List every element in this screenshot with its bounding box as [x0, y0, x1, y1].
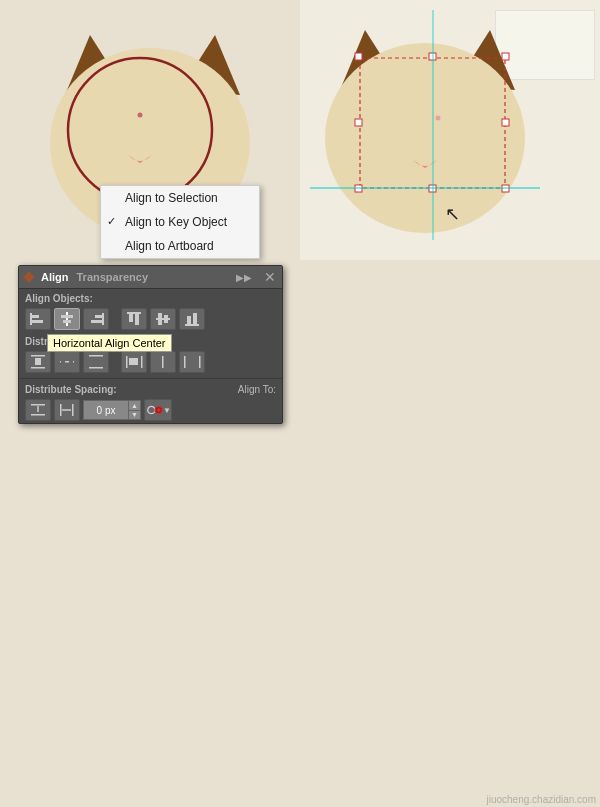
svg-rect-30 — [129, 314, 133, 322]
svg-rect-42 — [61, 356, 65, 367]
svg-rect-57 — [193, 359, 198, 364]
panel-diamond-icon — [23, 271, 34, 282]
svg-rect-27 — [95, 315, 102, 318]
svg-rect-46 — [92, 357, 96, 367]
align-objects-label: Align Objects: — [19, 289, 282, 306]
svg-rect-14 — [502, 119, 509, 126]
spinner-down[interactable]: ▼ — [129, 411, 140, 420]
svg-rect-38 — [31, 355, 45, 357]
dist-vcenter-btn[interactable] — [54, 351, 80, 373]
svg-rect-53 — [165, 359, 169, 365]
panel-close-icon[interactable]: ✕ — [264, 269, 276, 285]
spacing-spinner[interactable]: ▲ ▼ — [128, 401, 140, 419]
svg-rect-10 — [355, 53, 362, 60]
svg-rect-47 — [98, 360, 102, 367]
svg-rect-52 — [156, 357, 160, 366]
svg-rect-39 — [31, 367, 45, 369]
cat-face-top-right — [310, 10, 540, 240]
transparency-tab[interactable]: Transparency — [77, 271, 149, 283]
svg-rect-11 — [429, 53, 436, 60]
svg-rect-33 — [158, 313, 162, 325]
align-top-btn[interactable] — [121, 308, 147, 330]
svg-rect-29 — [127, 312, 141, 314]
spacing-controls-row: 0 px ▲ ▼ ▼ — [19, 397, 282, 423]
dist-right-btn[interactable] — [179, 351, 205, 373]
distribute-spacing-row: Distribute Spacing: Align To: — [19, 382, 282, 397]
svg-rect-59 — [31, 414, 45, 416]
dropdown-item-align-artboard[interactable]: Align to Artboard — [101, 234, 259, 258]
align-h-center-btn[interactable] — [54, 308, 80, 330]
svg-rect-50 — [129, 358, 138, 365]
svg-point-7 — [325, 43, 525, 233]
dist-spacing-h-btn[interactable] — [54, 399, 80, 421]
bottom-left-canvas — [0, 787, 300, 807]
svg-rect-58 — [31, 404, 45, 406]
svg-rect-48 — [126, 356, 128, 368]
svg-rect-61 — [60, 404, 62, 416]
align-objects-row — [19, 306, 282, 332]
svg-rect-40 — [35, 358, 41, 365]
dist-spacing-v-btn[interactable] — [25, 399, 51, 421]
svg-rect-51 — [162, 356, 164, 368]
align-to-dropdown-menu: Align to Selection Align to Key Object A… — [100, 185, 260, 259]
align-bottom-btn[interactable] — [179, 308, 205, 330]
align-right-btn[interactable] — [83, 308, 109, 330]
svg-rect-24 — [61, 315, 73, 318]
align-to-dropdown-btn[interactable]: ▼ — [144, 399, 172, 421]
svg-rect-28 — [91, 320, 102, 323]
dist-bottom-btn[interactable] — [83, 351, 109, 373]
svg-rect-13 — [355, 119, 362, 126]
svg-rect-56 — [186, 358, 191, 365]
svg-rect-44 — [89, 355, 103, 357]
align-to-arrow: ▼ — [163, 406, 171, 415]
svg-rect-26 — [102, 313, 104, 325]
spinner-up[interactable]: ▲ — [129, 401, 140, 411]
svg-rect-25 — [63, 320, 71, 323]
panel-title-bar: Align Transparency ▶▶ ✕ — [19, 266, 282, 289]
align-left-btn[interactable] — [25, 308, 51, 330]
dist-left-btn[interactable] — [121, 351, 147, 373]
top-right-canvas: ↖ — [300, 0, 600, 260]
align-panel: Align Transparency ▶▶ ✕ Align Objects: — [18, 265, 283, 424]
svg-rect-45 — [89, 367, 103, 369]
align-tab[interactable]: Align — [41, 271, 69, 283]
watermark: jiuocheng.chazidian.com — [486, 794, 596, 805]
svg-rect-12 — [502, 53, 509, 60]
svg-rect-20 — [30, 313, 32, 325]
svg-rect-36 — [187, 316, 191, 324]
svg-rect-22 — [32, 320, 43, 323]
align-v-center-btn[interactable] — [150, 308, 176, 330]
tooltip-box: Horizontal Align Center — [47, 334, 172, 352]
svg-rect-23 — [66, 312, 68, 326]
cat-face-bottom-left — [25, 800, 275, 808]
svg-point-66 — [157, 408, 161, 412]
svg-rect-55 — [199, 356, 201, 368]
svg-point-4 — [138, 113, 143, 118]
svg-rect-35 — [185, 324, 199, 326]
panel-chevron-icon[interactable]: ▶▶ — [236, 272, 252, 283]
dist-hcenter-btn[interactable] — [150, 351, 176, 373]
spacing-input[interactable]: 0 px — [84, 405, 128, 416]
svg-point-8 — [436, 116, 441, 121]
svg-rect-31 — [135, 314, 139, 325]
svg-rect-37 — [193, 313, 197, 324]
svg-rect-49 — [141, 356, 143, 368]
svg-point-64 — [148, 406, 155, 413]
align-to-label: Align To: — [238, 384, 276, 395]
distribute-objects-row — [19, 349, 282, 375]
svg-rect-54 — [184, 356, 186, 368]
svg-rect-21 — [32, 315, 39, 318]
dropdown-item-align-key-object[interactable]: Align to Key Object — [101, 210, 259, 234]
svg-rect-62 — [72, 404, 74, 416]
dropdown-item-align-selection[interactable]: Align to Selection — [101, 186, 259, 210]
svg-rect-34 — [164, 315, 168, 323]
dist-top-btn[interactable] — [25, 351, 51, 373]
svg-rect-43 — [69, 358, 73, 365]
distribute-spacing-label: Distribute Spacing: — [25, 384, 117, 395]
